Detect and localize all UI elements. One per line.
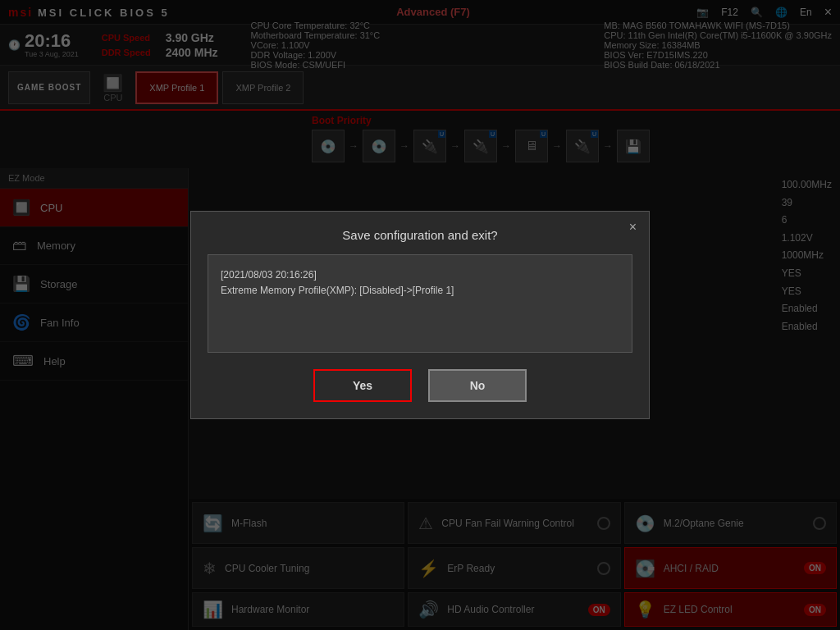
dialog-buttons: Yes No — [208, 369, 632, 402]
dialog-yes-button[interactable]: Yes — [313, 369, 412, 402]
log-message: Extreme Memory Profile(XMP): [Disabled]-… — [221, 283, 619, 299]
dialog-no-button[interactable]: No — [428, 369, 527, 402]
save-dialog: Save configuration and exit? × [2021/08/… — [190, 211, 650, 419]
log-timestamp: [2021/08/03 20:16:26] — [221, 267, 619, 283]
dialog-title: Save configuration and exit? — [208, 228, 632, 242]
dialog-overlay: Save configuration and exit? × [2021/08/… — [0, 0, 840, 630]
dialog-close-button[interactable]: × — [629, 220, 637, 235]
dialog-log: [2021/08/03 20:16:26] Extreme Memory Pro… — [208, 254, 632, 353]
